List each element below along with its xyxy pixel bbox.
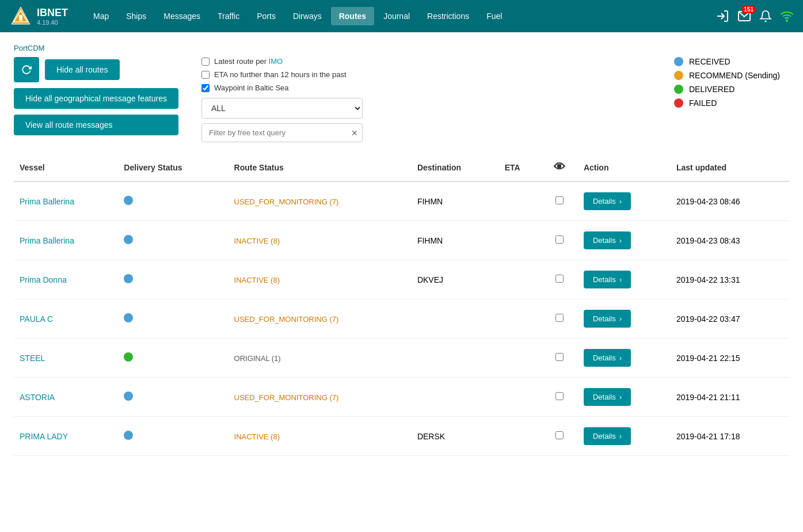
notification-icon[interactable]	[759, 10, 772, 22]
tools-icon[interactable]	[716, 9, 729, 23]
failed-dot	[674, 98, 683, 108]
recommend-dot	[674, 71, 683, 80]
details-button[interactable]: Details ›	[584, 388, 631, 406]
delivery-status-cell	[118, 378, 228, 417]
col-watch: 👁	[542, 154, 578, 181]
delivered-label: DELIVERED	[689, 85, 735, 94]
vessel-name[interactable]: PRIMA LADY	[14, 417, 118, 456]
last-updated-text: 2019-04-22 03:47	[676, 314, 740, 324]
action-cell: Details ›	[578, 181, 671, 221]
nav-journal[interactable]: Journal	[375, 7, 418, 25]
eta-label[interactable]: ETA no further than 12 hours in the past	[214, 70, 347, 79]
nav-fuel[interactable]: Fuel	[478, 7, 510, 25]
delivery-dot	[124, 352, 133, 362]
watch-checkbox[interactable]	[555, 431, 564, 439]
eta-cell	[499, 221, 542, 260]
watch-checkbox[interactable]	[555, 235, 564, 244]
watch-checkbox[interactable]	[555, 353, 564, 361]
route-status-text: USED_FOR_MONITORING (7)	[234, 315, 339, 324]
nav-traffic[interactable]: Traffic	[210, 7, 248, 25]
vessel-link[interactable]: ASTORIA	[20, 393, 55, 402]
action-cell: Details ›	[578, 260, 671, 299]
chevron-right-icon: ›	[619, 314, 622, 323]
details-button[interactable]: Details ›	[584, 427, 631, 445]
received-dot	[674, 57, 683, 66]
vessel-name[interactable]: Prima Donna	[14, 260, 118, 299]
vessel-name[interactable]: Prima Ballerina	[14, 181, 118, 221]
watch-checkbox-cell[interactable]	[542, 181, 578, 221]
delivery-status-cell	[118, 221, 228, 260]
vessel-link[interactable]: Prima Donna	[20, 275, 67, 284]
table-row: Prima Ballerina INACTIVE (8) FIHMN Detai…	[14, 221, 789, 260]
delivery-dot	[124, 235, 133, 244]
main-content: PortCDM Hide all routes Hide all geograp…	[0, 32, 803, 532]
legend-delivered: DELIVERED	[674, 85, 789, 94]
waypoint-label[interactable]: Waypoint in Baltic Sea	[214, 83, 289, 92]
nav-ships[interactable]: Ships	[118, 7, 154, 25]
failed-label: FAILED	[689, 98, 717, 108]
view-messages-button[interactable]: View all route messages	[14, 115, 178, 135]
delivery-status-cell	[118, 299, 228, 339]
nav-map[interactable]: Map	[85, 7, 117, 25]
mail-icon[interactable]: 151	[737, 9, 751, 23]
vessel-name[interactable]: PAULA C	[14, 299, 118, 339]
last-updated-text: 2019-04-21 22:15	[676, 354, 740, 363]
nav-routes[interactable]: Routes	[331, 7, 374, 25]
watch-checkbox-cell[interactable]	[542, 299, 578, 339]
col-destination: Destination	[412, 154, 499, 181]
filters-section: Latest route per IMO ETA no further than…	[201, 57, 663, 142]
watch-checkbox-cell[interactable]	[542, 221, 578, 260]
details-button[interactable]: Details ›	[584, 271, 631, 288]
col-last-updated: Last updated	[671, 154, 789, 181]
details-button[interactable]: Details ›	[584, 192, 631, 210]
vessel-name[interactable]: Prima Ballerina	[14, 221, 118, 260]
nav-messages[interactable]: Messages	[155, 7, 208, 25]
latest-route-label[interactable]: Latest route per IMO	[214, 57, 283, 66]
col-vessel: Vessel	[14, 154, 118, 181]
vessel-link[interactable]: PAULA C	[20, 314, 53, 324]
chevron-right-icon: ›	[619, 236, 622, 245]
watch-checkbox[interactable]	[555, 196, 564, 204]
watch-checkbox[interactable]	[555, 392, 564, 400]
chevron-right-icon: ›	[619, 275, 622, 284]
routes-table: Vessel Delivery Status Route Status Dest…	[14, 154, 789, 456]
watch-checkbox-cell[interactable]	[542, 339, 578, 378]
last-updated-cell: 2019-04-22 03:47	[671, 299, 789, 339]
delivery-dot	[124, 274, 133, 283]
destination-cell	[412, 339, 499, 378]
nav-restrictions[interactable]: Restrictions	[419, 7, 477, 25]
details-button[interactable]: Details ›	[584, 310, 631, 328]
details-button[interactable]: Details ›	[584, 349, 631, 367]
filter-eta: ETA no further than 12 hours in the past	[201, 70, 663, 79]
vessel-link[interactable]: Prima Ballerina	[20, 197, 74, 206]
delivered-dot	[674, 85, 683, 94]
vessel-name[interactable]: STEEL	[14, 339, 118, 378]
details-button[interactable]: Details ›	[584, 231, 631, 249]
watch-checkbox-cell[interactable]	[542, 260, 578, 299]
nav-ports[interactable]: Ports	[249, 7, 284, 25]
wifi-icon[interactable]	[780, 9, 794, 23]
vessel-name[interactable]: ASTORIA	[14, 378, 118, 417]
nav-dirways[interactable]: Dirways	[285, 7, 330, 25]
hide-geo-button[interactable]: Hide all geographical message features	[14, 88, 178, 109]
refresh-button[interactable]	[14, 57, 39, 82]
waypoint-checkbox[interactable]	[201, 84, 210, 92]
vessel-link[interactable]: STEEL	[20, 354, 45, 363]
watch-checkbox-cell[interactable]	[542, 378, 578, 417]
route-status-text: USED_FOR_MONITORING (7)	[234, 197, 339, 206]
delivery-dot	[124, 313, 133, 322]
watch-checkbox[interactable]	[555, 314, 564, 322]
watch-checkbox-cell[interactable]	[542, 417, 578, 456]
latest-route-checkbox[interactable]	[201, 58, 210, 66]
vessel-link[interactable]: PRIMA LADY	[20, 432, 68, 441]
table-row: PRIMA LADY INACTIVE (8) DERSK Details ›	[14, 417, 789, 456]
text-filter-input[interactable]	[201, 123, 363, 142]
text-filter-clear-icon[interactable]: ✕	[351, 128, 358, 138]
status-filter-select[interactable]: ALL RECEIVED DELIVERED FAILED RECOMMEND	[201, 98, 363, 119]
mail-badge: 151	[741, 6, 756, 13]
hide-routes-button[interactable]: Hide all routes	[45, 59, 120, 80]
vessel-link[interactable]: Prima Ballerina	[20, 236, 74, 245]
watch-checkbox[interactable]	[555, 275, 564, 283]
eta-checkbox[interactable]	[201, 71, 210, 79]
action-cell: Details ›	[578, 417, 671, 456]
